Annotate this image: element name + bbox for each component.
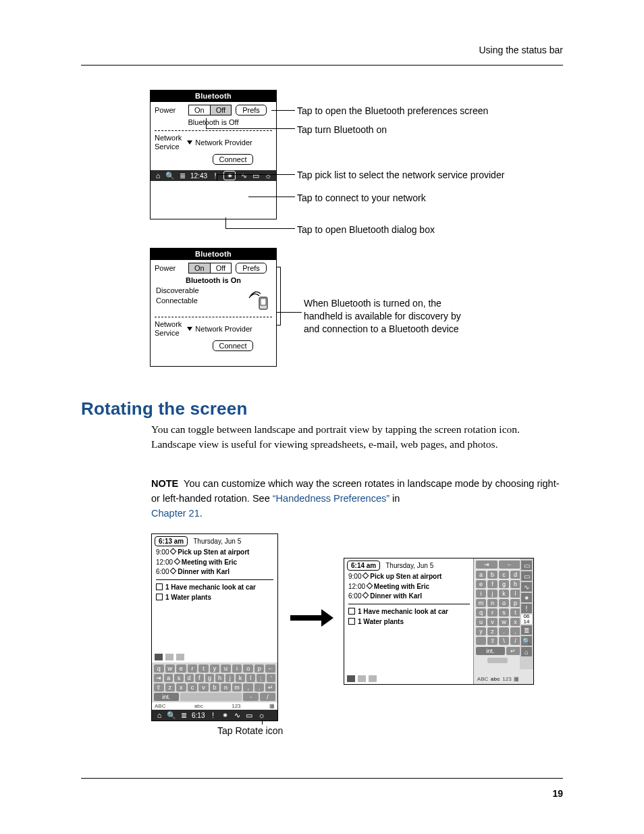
key[interactable]: q [476, 608, 486, 617]
rotate-icon[interactable]: ▭ [252, 172, 260, 180]
key[interactable]: r [188, 664, 198, 673]
key[interactable]: l [510, 590, 520, 598]
key[interactable]: e [476, 580, 486, 588]
input-mode-icon[interactable] [155, 654, 163, 660]
key[interactable]: t [510, 608, 520, 617]
key[interactable]: y [476, 627, 486, 635]
home-icon[interactable]: ⌂ [521, 647, 532, 656]
key[interactable]: p [510, 599, 520, 607]
input-mode-row[interactable] [344, 673, 474, 684]
key[interactable]: r [487, 608, 498, 617]
key[interactable]: s [499, 608, 509, 617]
int-key[interactable]: int. [476, 647, 505, 655]
key[interactable]: u [476, 618, 486, 626]
key[interactable]: t [198, 664, 209, 673]
key[interactable]: j [225, 674, 234, 682]
bluetooth-power-toggle[interactable]: On Off [188, 105, 232, 115]
network-provider-picklist[interactable]: Network Provider [187, 325, 252, 333]
home-icon[interactable]: ⌂ [155, 711, 163, 719]
checkbox-icon[interactable] [156, 583, 163, 590]
key[interactable]: d [185, 674, 194, 682]
key[interactable]: x [176, 683, 186, 692]
checkbox-icon[interactable] [348, 618, 355, 625]
key[interactable]: b [487, 571, 498, 579]
menu-icon[interactable]: ≣ [521, 625, 532, 635]
key[interactable]: m [476, 599, 486, 607]
key[interactable]: / [260, 693, 275, 701]
key[interactable]: n [221, 683, 231, 692]
signal-icon[interactable]: ▭ [521, 571, 532, 581]
key[interactable]: d [510, 571, 520, 579]
connect-button[interactable]: Connect [213, 154, 254, 165]
key[interactable]: z [165, 683, 176, 692]
space-key[interactable] [180, 693, 242, 701]
key[interactable]: n [487, 599, 498, 607]
key[interactable]: ; [257, 674, 265, 682]
input-mode-icon[interactable] [347, 675, 355, 682]
menu-icon[interactable]: ≣ [180, 711, 188, 719]
find-icon[interactable]: 🔍 [521, 636, 532, 646]
key[interactable]: y [210, 664, 220, 673]
signal-icon[interactable]: ∿ [233, 711, 241, 719]
key[interactable]: z [487, 627, 498, 635]
bluetooth-icon[interactable]: ⁕ [221, 711, 229, 719]
backspace-key[interactable]: ← [499, 561, 520, 569]
key[interactable]: c [188, 683, 198, 692]
power-on-option[interactable]: On [189, 263, 211, 273]
checkbox-icon[interactable] [156, 594, 163, 600]
int-key[interactable]: int. [154, 693, 179, 701]
bluetooth-power-toggle[interactable]: On Off [188, 263, 232, 273]
find-icon[interactable]: 🔍 [166, 172, 174, 180]
input-mode-row[interactable] [152, 652, 277, 662]
input-mode-icon[interactable] [165, 654, 173, 660]
input-mode-icon[interactable] [176, 654, 184, 660]
key[interactable]: a [476, 571, 486, 579]
prefs-button[interactable]: Prefs [236, 105, 267, 115]
key[interactable]: x [510, 618, 520, 626]
key[interactable]: , [510, 627, 520, 635]
key[interactable]: ← [265, 664, 275, 673]
bluetooth-icon[interactable]: ⁕ [521, 593, 532, 602]
key[interactable]: j [487, 590, 498, 598]
power-on-option[interactable]: On [189, 105, 211, 115]
brightness-icon[interactable]: ☼ [257, 711, 265, 719]
alert-icon[interactable]: ! [521, 604, 532, 613]
key[interactable]: b [210, 683, 220, 692]
time-button[interactable]: 6:14 am [347, 561, 380, 571]
chapter-link[interactable]: Chapter 21 [151, 508, 200, 519]
tab-key[interactable]: ⇥ [476, 561, 498, 569]
key[interactable]: ↵ [265, 683, 275, 692]
key[interactable]: u [221, 664, 231, 673]
key[interactable]: h [215, 674, 224, 682]
onscreen-keyboard[interactable]: qwertyuiop←⇥asdfghjkl;'⇧zxcvbnm,.↵int.-/ [152, 662, 277, 702]
checkbox-icon[interactable] [348, 608, 355, 615]
key[interactable]: . [254, 683, 265, 692]
power-off-option[interactable]: Off [211, 263, 231, 273]
key[interactable]: v [487, 618, 498, 626]
alert-icon[interactable]: ! [209, 711, 217, 719]
key[interactable]: q [154, 664, 164, 673]
key[interactable]: ' [267, 674, 275, 682]
find-icon[interactable]: 🔍 [167, 711, 176, 719]
key[interactable]: k [236, 674, 244, 682]
key[interactable]: w [499, 618, 509, 626]
key[interactable]: , [243, 683, 253, 692]
key[interactable]: f [195, 674, 204, 682]
alert-icon[interactable]: ! [211, 172, 219, 180]
home-icon[interactable]: ⌂ [154, 172, 162, 180]
key[interactable]: k [499, 590, 509, 598]
signal-icon[interactable]: ∿ [240, 172, 248, 180]
key[interactable]: ⇧ [487, 637, 498, 645]
network-provider-picklist[interactable]: Network Provider [187, 138, 252, 147]
key[interactable]: l [246, 674, 255, 682]
key[interactable]: / [510, 637, 520, 645]
key[interactable]: . [499, 627, 509, 635]
handedness-link[interactable]: “Handedness Preferences” [273, 493, 390, 504]
key[interactable]: ⇧ [154, 683, 164, 692]
key[interactable]: g [499, 580, 509, 588]
status-icon[interactable]: ∿ [521, 582, 532, 592]
key[interactable]: o [243, 664, 253, 673]
key[interactable]: m [232, 683, 242, 692]
key[interactable]: v [198, 683, 209, 692]
key[interactable]: a [164, 674, 173, 682]
